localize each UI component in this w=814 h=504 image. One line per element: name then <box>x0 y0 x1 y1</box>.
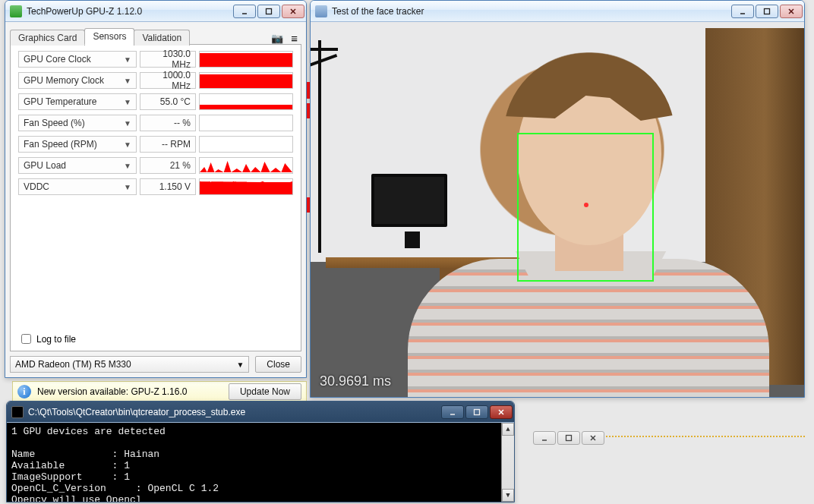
tab-graphics-card[interactable]: Graphics Card <box>10 30 85 46</box>
chevron-down-icon: ▼ <box>124 77 131 85</box>
sensor-row: GPU Core Clock ▼ 1030.0 MHz <box>18 51 293 68</box>
sensor-graph <box>199 72 293 89</box>
hamburger-icon[interactable]: ≡ <box>291 32 297 45</box>
sensor-value: 1030.0 MHz <box>140 51 196 68</box>
sensor-row: Fan Speed (RPM) ▼ -- RPM <box>18 136 293 153</box>
log-to-file-checkbox[interactable] <box>21 334 31 344</box>
sensor-name-dropdown[interactable]: GPU Memory Clock ▼ <box>18 72 137 89</box>
svg-line-11 <box>591 436 595 440</box>
minimize-button[interactable] <box>731 5 754 18</box>
maximize-button[interactable] <box>756 5 778 18</box>
sensor-name-dropdown[interactable]: GPU Core Clock ▼ <box>18 51 137 68</box>
gpu-selector-dropdown[interactable]: AMD Radeon (TM) R5 M330 ▼ <box>10 356 249 373</box>
log-to-file-label: Log to file <box>36 334 76 345</box>
console-line: 1 GPU devices are detected <box>11 426 166 437</box>
sensor-graph <box>199 157 293 174</box>
sensor-name-label: GPU Temperature <box>24 96 97 107</box>
sensor-graph <box>199 51 293 68</box>
chevron-down-icon: ▼ <box>124 183 131 191</box>
sensor-name-label: VDDC <box>24 181 49 192</box>
titlebar[interactable]: C:\Qt\Tools\QtCreator\bin\qtcreator_proc… <box>7 402 514 423</box>
maximize-button[interactable] <box>465 405 488 419</box>
scrollbar[interactable]: ▲ ▼ <box>501 423 514 502</box>
console-line: Name : Hainan <box>11 449 159 460</box>
chevron-down-icon: ▼ <box>124 98 131 106</box>
maximize-button[interactable] <box>557 431 580 445</box>
minimize-button[interactable] <box>233 5 256 18</box>
window-title: TechPowerUp GPU-Z 1.12.0 <box>27 6 232 17</box>
camera-icon[interactable]: 📷 <box>271 33 283 44</box>
maximize-button[interactable] <box>257 5 280 18</box>
scroll-track[interactable] <box>502 436 514 489</box>
minimize-button[interactable] <box>533 431 556 445</box>
scroll-up-button[interactable]: ▲ <box>502 423 514 436</box>
console-line: Opencv will use Opencl <box>11 494 142 502</box>
gpuz-window: TechPowerUp GPU-Z 1.12.0 Graphics Card S… <box>5 0 307 378</box>
close-button[interactable] <box>490 405 513 419</box>
sensor-row: GPU Load ▼ 21 % <box>18 157 293 174</box>
titlebar[interactable]: TechPowerUp GPU-Z 1.12.0 <box>5 1 306 22</box>
chevron-down-icon: ▼ <box>124 55 131 64</box>
svg-line-15 <box>499 410 503 414</box>
scene-monitor <box>371 174 447 227</box>
scroll-down-button[interactable]: ▼ <box>502 489 514 502</box>
svg-rect-6 <box>765 8 770 14</box>
sensor-value: 1.150 V <box>140 178 196 195</box>
sensor-value: 55.0 °C <box>140 93 196 110</box>
sensor-row: GPU Temperature ▼ 55.0 °C <box>18 93 293 110</box>
chevron-down-icon: ▼ <box>124 140 131 149</box>
update-now-button[interactable]: Update Now <box>229 383 301 400</box>
frame-time-overlay: 30.9691 ms <box>320 373 391 389</box>
sensor-name-label: Fan Speed (%) <box>24 118 85 128</box>
gpu-selector-value: AMD Radeon (TM) R5 M330 <box>15 359 131 370</box>
sensor-name-label: GPU Core Clock <box>24 54 91 65</box>
sensor-value: -- % <box>140 115 196 131</box>
console-line: ImageSupport : 1 <box>11 471 130 483</box>
sensor-graph <box>199 115 293 131</box>
tab-sensors[interactable]: Sensors <box>84 28 134 45</box>
chevron-down-icon: ▼ <box>124 162 131 170</box>
tab-bar: Graphics Card Sensors Validation 📷 ≡ <box>10 27 301 45</box>
titlebar[interactable]: Test of the face tracker <box>311 1 804 22</box>
update-text: New version available: GPU-Z 1.16.0 <box>37 386 187 397</box>
console-output[interactable]: 1 GPU devices are detected Name : Hainan… <box>7 423 514 502</box>
svg-rect-1 <box>267 8 272 14</box>
update-banner: i New version available: GPU-Z 1.16.0 Up… <box>12 381 307 402</box>
sensor-name-dropdown[interactable]: Fan Speed (RPM) ▼ <box>18 136 137 153</box>
sensor-name-dropdown[interactable]: GPU Load ▼ <box>18 157 137 174</box>
close-button[interactable] <box>282 5 304 18</box>
console-app-icon <box>11 406 24 418</box>
sensor-value: 1000.0 MHz <box>140 72 196 89</box>
chevron-down-icon: ▼ <box>124 119 131 128</box>
face-center-point <box>584 203 588 207</box>
sensor-row: Fan Speed (%) ▼ -- % <box>18 115 293 131</box>
close-button[interactable] <box>780 5 803 18</box>
sensor-value: 21 % <box>140 157 196 174</box>
sensor-name-label: GPU Load <box>24 160 66 171</box>
sensor-row: GPU Memory Clock ▼ 1000.0 MHz <box>18 72 293 89</box>
svg-line-16 <box>499 410 503 414</box>
background-window-buttons <box>532 431 623 446</box>
sensor-name-label: Fan Speed (RPM) <box>24 139 97 150</box>
svg-rect-4 <box>200 181 292 194</box>
console-line: Available : 1 <box>11 460 130 471</box>
camera-view: 30.9691 ms <box>311 22 804 397</box>
sensors-panel: GPU Core Clock ▼ 1030.0 MHz GPU Memory C… <box>10 44 301 351</box>
svg-line-2 <box>291 9 295 14</box>
tab-validation[interactable]: Validation <box>134 30 190 46</box>
sensor-graph <box>199 93 293 110</box>
close-button[interactable] <box>582 431 604 445</box>
sensor-name-dropdown[interactable]: Fan Speed (%) ▼ <box>18 115 137 131</box>
app-icon <box>315 5 327 17</box>
window-title: C:\Qt\Tools\QtCreator\bin\qtcreator_proc… <box>28 407 440 417</box>
sensor-graph <box>199 136 293 153</box>
console-window: C:\Qt\Tools\QtCreator\bin\qtcreator_proc… <box>6 401 515 502</box>
sensor-row: VDDC ▼ 1.150 V <box>18 178 293 195</box>
close-button[interactable]: Close <box>255 356 301 373</box>
sensor-name-label: GPU Memory Clock <box>24 75 104 86</box>
minimize-button[interactable] <box>441 405 464 419</box>
svg-line-7 <box>789 9 793 14</box>
sensor-name-dropdown[interactable]: VDDC ▼ <box>18 178 137 195</box>
sensor-name-dropdown[interactable]: GPU Temperature ▼ <box>18 93 137 110</box>
sensor-graph <box>199 178 293 195</box>
